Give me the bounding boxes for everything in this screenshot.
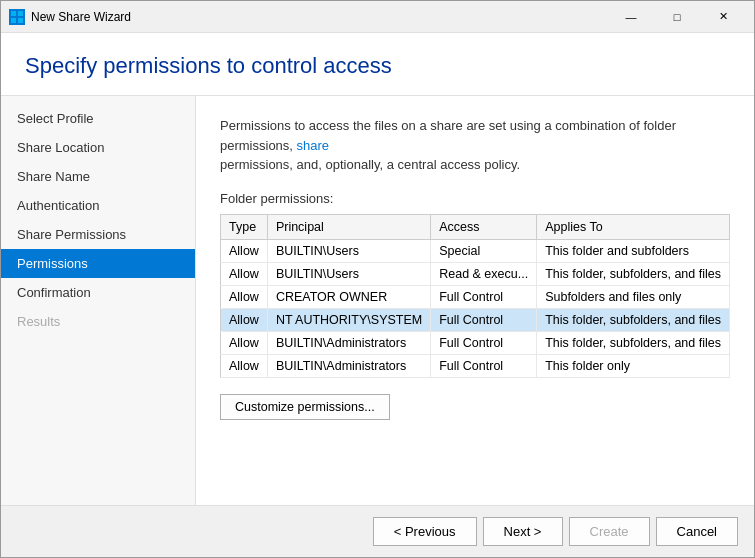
- cell-applies-to: Subfolders and files only: [537, 285, 730, 308]
- cell-access: Special: [431, 239, 537, 262]
- title-bar-controls: — □ ✕: [608, 1, 746, 33]
- sidebar-item-confirmation[interactable]: Confirmation: [1, 278, 195, 307]
- description-text2: permissions, and, optionally, a central …: [220, 157, 520, 172]
- table-row[interactable]: Allow BUILTIN\Administrators Full Contro…: [221, 331, 730, 354]
- cancel-button[interactable]: Cancel: [656, 517, 738, 546]
- cell-principal: NT AUTHORITY\SYSTEM: [267, 308, 430, 331]
- close-button[interactable]: ✕: [700, 1, 746, 33]
- cell-applies-to: This folder and subfolders: [537, 239, 730, 262]
- sidebar-item-select-profile[interactable]: Select Profile: [1, 104, 195, 133]
- sidebar-item-share-location[interactable]: Share Location: [1, 133, 195, 162]
- cell-type: Allow: [221, 285, 268, 308]
- main-window: New Share Wizard — □ ✕ Specify permissio…: [0, 0, 755, 558]
- sidebar-item-share-permissions[interactable]: Share Permissions: [1, 220, 195, 249]
- title-bar-text: New Share Wizard: [31, 10, 608, 24]
- permissions-table: Type Principal Access Applies To Allow B…: [220, 214, 730, 378]
- table-row-selected[interactable]: Allow NT AUTHORITY\SYSTEM Full Control T…: [221, 308, 730, 331]
- cell-principal: BUILTIN\Users: [267, 262, 430, 285]
- next-button[interactable]: Next >: [483, 517, 563, 546]
- previous-button[interactable]: < Previous: [373, 517, 477, 546]
- col-principal: Principal: [267, 214, 430, 239]
- cell-access: Full Control: [431, 308, 537, 331]
- minimize-button[interactable]: —: [608, 1, 654, 33]
- sidebar-item-share-name[interactable]: Share Name: [1, 162, 195, 191]
- sidebar-item-authentication[interactable]: Authentication: [1, 191, 195, 220]
- cell-access: Read & execu...: [431, 262, 537, 285]
- content-area: Permissions to access the files on a sha…: [196, 96, 754, 505]
- sidebar-item-permissions[interactable]: Permissions: [1, 249, 195, 278]
- svg-rect-3: [18, 18, 23, 23]
- col-access: Access: [431, 214, 537, 239]
- cell-applies-to: This folder, subfolders, and files: [537, 331, 730, 354]
- description: Permissions to access the files on a sha…: [220, 116, 730, 175]
- cell-access: Full Control: [431, 354, 537, 377]
- sidebar: Select Profile Share Location Share Name…: [1, 96, 196, 505]
- table-row[interactable]: Allow CREATOR OWNER Full Control Subfold…: [221, 285, 730, 308]
- title-bar: New Share Wizard — □ ✕: [1, 1, 754, 33]
- sidebar-item-results: Results: [1, 307, 195, 336]
- cell-principal: CREATOR OWNER: [267, 285, 430, 308]
- window-icon: [9, 9, 25, 25]
- cell-type: Allow: [221, 239, 268, 262]
- cell-access: Full Control: [431, 331, 537, 354]
- folder-permissions-label: Folder permissions:: [220, 191, 730, 206]
- main-area: Select Profile Share Location Share Name…: [1, 96, 754, 505]
- page-header: Specify permissions to control access: [1, 33, 754, 96]
- create-button: Create: [569, 517, 650, 546]
- cell-principal: BUILTIN\Administrators: [267, 354, 430, 377]
- window-content: Specify permissions to control access Se…: [1, 33, 754, 557]
- cell-type: Allow: [221, 331, 268, 354]
- svg-rect-2: [11, 18, 16, 23]
- footer: < Previous Next > Create Cancel: [1, 505, 754, 557]
- customize-permissions-button[interactable]: Customize permissions...: [220, 394, 390, 420]
- maximize-button[interactable]: □: [654, 1, 700, 33]
- cell-type: Allow: [221, 354, 268, 377]
- col-applies-to: Applies To: [537, 214, 730, 239]
- cell-principal: BUILTIN\Administrators: [267, 331, 430, 354]
- cell-applies-to: This folder, subfolders, and files: [537, 262, 730, 285]
- cell-type: Allow: [221, 262, 268, 285]
- cell-applies-to: This folder, subfolders, and files: [537, 308, 730, 331]
- description-text1: Permissions to access the files on a sha…: [220, 118, 676, 153]
- cell-type: Allow: [221, 308, 268, 331]
- page-title: Specify permissions to control access: [25, 53, 730, 79]
- svg-rect-0: [11, 11, 16, 16]
- cell-applies-to: This folder only: [537, 354, 730, 377]
- cell-access: Full Control: [431, 285, 537, 308]
- table-row[interactable]: Allow BUILTIN\Users Special This folder …: [221, 239, 730, 262]
- col-type: Type: [221, 214, 268, 239]
- table-row[interactable]: Allow BUILTIN\Users Read & execu... This…: [221, 262, 730, 285]
- cell-principal: BUILTIN\Users: [267, 239, 430, 262]
- svg-rect-1: [18, 11, 23, 16]
- table-row[interactable]: Allow BUILTIN\Administrators Full Contro…: [221, 354, 730, 377]
